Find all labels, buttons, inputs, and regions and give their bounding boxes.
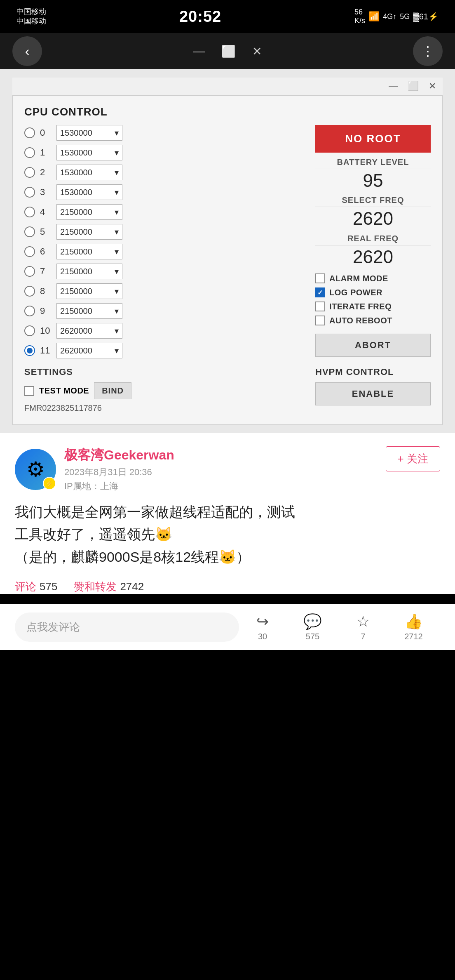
radio-9[interactable]: [24, 306, 35, 316]
abort-button[interactable]: ABORT: [315, 334, 431, 357]
cpu-num-3: 3: [40, 187, 52, 198]
cpu-row-2: 2 1530000▾: [24, 165, 302, 180]
radio-1[interactable]: [24, 147, 35, 158]
signal-5g-icon: 5G: [400, 12, 410, 21]
user-name: 极客湾Geekerwan: [64, 446, 174, 464]
cpu-row-1: 1 1530000▾: [24, 145, 302, 160]
comment-icon: 💬: [303, 613, 322, 630]
app-close-icon[interactable]: ✕: [429, 81, 436, 92]
radio-4[interactable]: [24, 207, 35, 217]
cpu-right-panel: NO ROOT BATTERY LEVEL 95 SELECT FREQ 262…: [315, 125, 431, 413]
share-count: 30: [258, 632, 267, 641]
freq-select-9[interactable]: 2150000▾: [56, 303, 122, 319]
cpu-control-panel: CPU CONTROL 0 1530000▾ 1 1530000▾: [12, 95, 443, 425]
post-user-info: ⚙ ⚡ 极客湾Geekerwan 2023年8月31日 20:36 IP属地：上…: [15, 446, 174, 492]
wifi-icon: 📶: [368, 11, 380, 22]
comment-action[interactable]: 💬 575: [303, 613, 322, 641]
screenshot-area: — ⬜ ✕ SCORE CPU CONTROL 0 1530000▾: [0, 69, 455, 433]
radio-3[interactable]: [24, 187, 35, 198]
auto-reboot-row: AUTO REBOOT: [315, 316, 431, 325]
avatar-badge: ⚡: [43, 477, 56, 490]
iterate-freq-row: ITERATE FREQ: [315, 302, 431, 311]
freq-select-6[interactable]: 2150000▾: [56, 244, 122, 259]
back-button[interactable]: ‹: [12, 36, 42, 66]
user-details: 极客湾Geekerwan 2023年8月31日 20:36 IP属地：上海: [64, 446, 174, 492]
real-freq-section: REAL FREQ 2620: [315, 234, 431, 267]
comment-stat-label: 评论: [15, 580, 36, 594]
cpu-row-3: 3 1530000▾: [24, 184, 302, 200]
log-power-checkbox[interactable]: ✓: [315, 287, 325, 297]
cpu-num-2: 2: [40, 167, 52, 178]
window-controls: — ⬜ ✕: [193, 45, 262, 58]
app-minimize-icon[interactable]: —: [389, 81, 398, 92]
battery-value: 95: [315, 171, 431, 191]
status-icons: 56K/s 📶 4G↑ 5G ▓61⚡: [354, 8, 439, 25]
cpu-num-6: 6: [40, 246, 52, 257]
bind-button[interactable]: BIND: [94, 382, 131, 399]
freq-select-7[interactable]: 2150000▾: [56, 264, 122, 279]
freq-select-11[interactable]: 2620000▾: [56, 343, 122, 358]
maximize-icon[interactable]: ⬜: [221, 45, 236, 58]
comment-input[interactable]: 点我发评论: [15, 612, 239, 642]
close-icon[interactable]: ✕: [252, 45, 262, 58]
test-mode-label: TEST MODE: [39, 386, 89, 396]
real-freq-value: 2620: [315, 247, 431, 267]
time-label: 20:52: [179, 8, 221, 26]
auto-reboot-checkbox[interactable]: [315, 316, 325, 325]
freq-select-8[interactable]: 2150000▾: [56, 283, 122, 299]
cpu-row-8: 8 2150000▾: [24, 283, 302, 299]
iterate-freq-checkbox[interactable]: [315, 302, 325, 311]
select-freq-label: SELECT FREQ: [315, 196, 431, 205]
freq-select-5[interactable]: 2150000▾: [56, 224, 122, 240]
like-count: 2712: [404, 632, 423, 641]
test-mode-checkbox[interactable]: [24, 386, 34, 396]
cpu-row-10: 10 2620000▾: [24, 323, 302, 339]
network-speed-label: 56K/s: [354, 8, 365, 25]
settings-label: SETTINGS: [24, 367, 302, 377]
action-icons-bar: ↪ 30 💬 575 ☆ 7 👍 2712: [239, 613, 440, 641]
share-action[interactable]: ↪ 30: [256, 613, 269, 641]
radio-11[interactable]: [24, 345, 35, 356]
radio-0[interactable]: [24, 127, 35, 138]
fmr-text: FMR0223825117876: [24, 403, 302, 413]
freq-select-1[interactable]: 1530000▾: [56, 145, 122, 160]
freq-select-2[interactable]: 1530000▾: [56, 165, 122, 180]
post-stats: 评论 575 赞和转发 2742: [15, 580, 440, 594]
comment-action-count: 575: [306, 632, 319, 641]
more-icon: ⋮: [421, 43, 434, 59]
minimize-icon[interactable]: —: [193, 45, 205, 58]
radio-2[interactable]: [24, 167, 35, 178]
follow-button[interactable]: + 关注: [386, 446, 440, 471]
bottom-bar: 点我发评论 ↪ 30 💬 575 ☆ 7 👍 2712: [0, 604, 455, 650]
more-button[interactable]: ⋮: [413, 36, 443, 66]
star-action[interactable]: ☆ 7: [356, 613, 370, 641]
comment-stat: 评论 575: [15, 580, 57, 594]
freq-select-10[interactable]: 2620000▾: [56, 323, 122, 339]
cpu-num-4: 4: [40, 207, 52, 217]
radio-7[interactable]: [24, 266, 35, 277]
radio-5[interactable]: [24, 226, 35, 237]
alarm-mode-checkbox[interactable]: [315, 273, 325, 283]
cpu-rows-container: 0 1530000▾ 1 1530000▾ 2: [24, 125, 302, 413]
like-action[interactable]: 👍 2712: [404, 613, 423, 641]
radio-11-inner: [27, 348, 33, 353]
radio-8[interactable]: [24, 286, 35, 297]
log-power-row: ✓ LOG POWER: [315, 287, 431, 297]
battery-section: BATTERY LEVEL 95: [315, 158, 431, 191]
carrier-label: 中国移动 中国移动: [16, 7, 46, 26]
freq-select-3[interactable]: 1530000▾: [56, 184, 122, 200]
freq-select-4[interactable]: 2150000▾: [56, 204, 122, 220]
post-ip: IP属地：上海: [64, 480, 174, 492]
enable-button[interactable]: ENABLE: [315, 382, 431, 405]
select-freq-section: SELECT FREQ 2620: [315, 196, 431, 229]
badge-icon: ⚡: [45, 480, 54, 488]
app-maximize-icon[interactable]: ⬜: [408, 81, 419, 92]
radio-10[interactable]: [24, 325, 35, 336]
likeshare-label: 赞和转发: [74, 580, 117, 594]
radio-6[interactable]: [24, 246, 35, 257]
battery-icon: ▓61⚡: [413, 12, 439, 21]
freq-select-0[interactable]: 1530000▾: [56, 125, 122, 141]
cpu-num-11: 11: [40, 345, 52, 356]
back-icon: ‹: [25, 44, 30, 59]
no-root-button[interactable]: NO ROOT: [315, 125, 431, 153]
